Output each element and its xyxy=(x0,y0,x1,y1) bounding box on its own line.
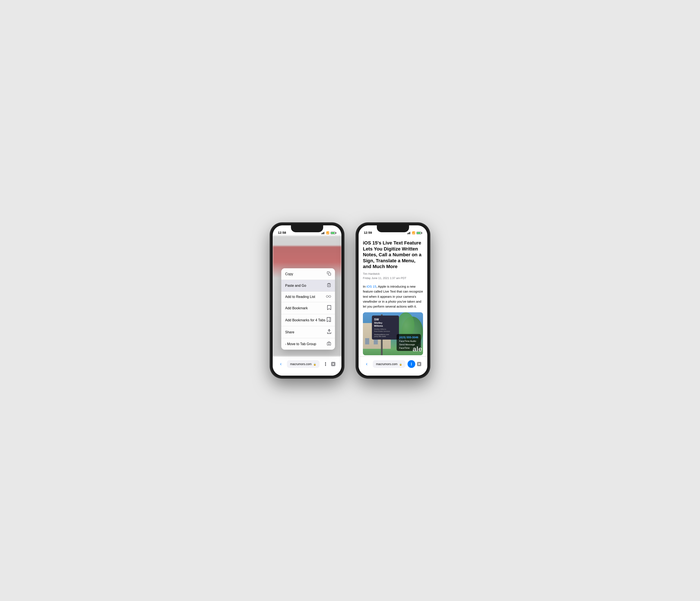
svg-rect-3 xyxy=(324,232,325,234)
menu-item-add-bookmark[interactable]: Add Bookmark xyxy=(281,302,335,314)
article-image: SW ShelleyWillems Shelley WillemsReal Es… xyxy=(363,312,423,355)
tabs-button-right[interactable] xyxy=(415,360,423,368)
sign-sub: Shelley WillemsReal Estate Services xyxy=(374,328,397,333)
svg-rect-5 xyxy=(328,283,330,284)
svg-point-18 xyxy=(411,363,411,363)
url-text-right: macrumors.com 🔒 xyxy=(376,362,402,366)
url-bar-left[interactable]: macrumors.com 🔒 xyxy=(287,360,320,368)
article-author: Tim Hardwick xyxy=(363,272,423,276)
tabs-button-left[interactable] xyxy=(329,360,337,368)
arrow-prefix: › xyxy=(285,342,286,346)
svg-rect-15 xyxy=(408,233,409,234)
sign-contact: Shelleywillems.com (415) 555-3046 xyxy=(374,334,397,337)
tab-group-icon xyxy=(327,341,331,347)
svg-rect-22 xyxy=(418,363,420,365)
notch-right xyxy=(377,226,409,232)
battery-icon xyxy=(331,232,336,234)
battery-icon-right xyxy=(417,232,422,234)
bottom-bar-left: ‹ macrumors.com 🔒 xyxy=(273,356,342,375)
menu-item-share[interactable]: Share xyxy=(281,326,335,338)
menu-item-reading-list[interactable]: Add to Reading List xyxy=(281,291,335,302)
svg-point-7 xyxy=(329,295,331,297)
lock-icon-left: 🔒 xyxy=(313,363,316,366)
svg-point-10 xyxy=(325,364,326,364)
article-date: Friday June 11, 2021 1:37 am PDT xyxy=(363,276,423,281)
menu-item-add-bookmarks-tabs[interactable]: Add Bookmarks for 4 Tabs xyxy=(281,314,335,326)
phones-container: 12:58 📶 xyxy=(271,223,429,378)
url-bar-right[interactable]: macrumors.com 🔒 xyxy=(373,360,405,368)
bottom-bar-right: ‹ macrumors.com 🔒 xyxy=(358,356,427,375)
svg-point-20 xyxy=(411,365,411,365)
sign-board: SW ShelleyWillems Shelley WillemsReal Es… xyxy=(372,315,399,339)
context-menu: Copy Paste and Go xyxy=(281,268,335,350)
more-button-right[interactable] xyxy=(407,360,415,368)
notch-left xyxy=(291,226,323,232)
phone-number: (415) 555-3046 xyxy=(374,336,386,337)
left-phone: 12:58 📶 xyxy=(271,223,344,378)
svg-point-6 xyxy=(326,295,328,297)
time-right: 12:59 xyxy=(364,231,372,234)
live-text-number: (415) 555-3046 xyxy=(399,336,418,339)
right-phone-screen: 12:59 📶 xyxy=(358,226,427,375)
svg-point-9 xyxy=(325,362,326,363)
article-meta: Tim Hardwick Friday June 11, 2021 1:37 a… xyxy=(363,272,423,281)
signal-icon-right xyxy=(407,232,411,234)
svg-rect-12 xyxy=(331,362,335,366)
menu-item-paste-go[interactable]: Paste and Go xyxy=(281,280,335,291)
menu-item-move-tab-group[interactable]: › Move to Tab Group xyxy=(281,338,335,350)
svg-rect-14 xyxy=(407,233,408,234)
right-phone: 12:59 📶 xyxy=(356,223,429,378)
svg-point-11 xyxy=(325,365,326,366)
article-title: iOS 15's Live Text Feature Lets You Digi… xyxy=(363,240,423,269)
time-left: 12:58 xyxy=(278,231,286,234)
copy-icon xyxy=(327,271,331,277)
svg-rect-21 xyxy=(418,362,421,366)
url-text-left: macrumors.com 🔒 xyxy=(290,362,317,366)
share-icon xyxy=(327,329,331,335)
article-content: iOS 15's Live Text Feature Lets You Digi… xyxy=(358,236,427,356)
bookmark-tabs-icon xyxy=(327,317,331,323)
back-button-right[interactable]: ‹ xyxy=(363,360,371,368)
sign-scene: SW ShelleyWillems Shelley WillemsReal Es… xyxy=(363,312,423,355)
lock-icon-right: 🔒 xyxy=(399,363,402,366)
left-phone-screen: 12:58 📶 xyxy=(273,226,342,375)
signal-icon xyxy=(321,232,325,234)
svg-rect-16 xyxy=(409,232,410,234)
wifi-icon-right: 📶 xyxy=(412,231,415,234)
sale-text-partial: ale xyxy=(412,345,423,353)
status-icons-right: 📶 xyxy=(407,231,422,234)
bookmark-icon xyxy=(327,305,331,311)
svg-rect-0 xyxy=(321,233,322,234)
svg-rect-17 xyxy=(410,232,411,234)
ios15-link[interactable]: iOS 15 xyxy=(367,285,376,288)
article-body: In iOS 15, Apple is introducing a new fe… xyxy=(363,284,423,309)
more-button-left[interactable] xyxy=(322,360,329,368)
paste-go-icon xyxy=(327,283,331,288)
status-icons-left: 📶 xyxy=(321,231,336,234)
live-text-option-1[interactable]: FaceTime Audio xyxy=(399,340,418,342)
sign-name: ShelleyWillems xyxy=(374,321,397,327)
svg-point-19 xyxy=(411,364,411,364)
svg-rect-13 xyxy=(332,363,334,365)
menu-item-copy[interactable]: Copy xyxy=(281,268,335,280)
back-button-left[interactable]: ‹ xyxy=(277,360,285,368)
wifi-icon: 📶 xyxy=(326,231,329,234)
svg-rect-4 xyxy=(328,273,331,276)
svg-rect-2 xyxy=(323,232,324,234)
sign-sw: SW xyxy=(374,318,397,321)
reading-list-icon xyxy=(326,294,331,299)
svg-rect-1 xyxy=(323,233,323,234)
